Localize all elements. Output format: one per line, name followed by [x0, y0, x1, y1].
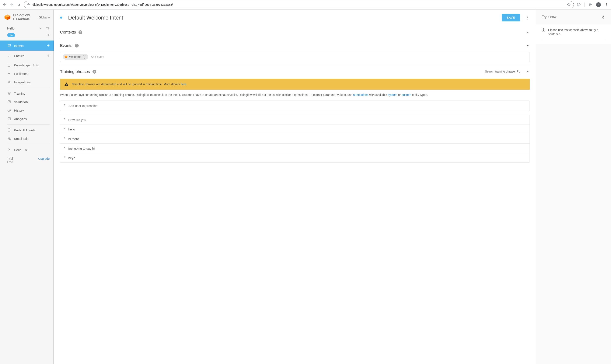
phrase-text: heya	[68, 156, 75, 160]
intent-editor: Default Welcome Intent SAVE Contexts ?	[54, 10, 536, 364]
phrase-row[interactable]: ❞How are you	[60, 115, 530, 125]
quote-icon: ❞	[64, 156, 65, 160]
sidebar-item-smalltalk[interactable]: Small Talk	[0, 134, 54, 143]
help-icon[interactable]: ?	[78, 30, 82, 34]
phrase-list: ❞How are you❞hello❞hi there❞just going t…	[60, 115, 530, 163]
svg-point-23	[527, 19, 528, 20]
browser-menu-icon[interactable]	[605, 3, 609, 7]
svg-point-12	[9, 54, 10, 55]
sidebar-item-docs[interactable]: Docs	[0, 145, 54, 154]
phrase-text: hi there	[68, 137, 79, 141]
system-link[interactable]: system	[388, 93, 397, 96]
site-settings-icon	[27, 3, 30, 6]
mic-button[interactable]	[601, 15, 605, 19]
section-contexts: Contexts ?	[60, 26, 530, 39]
sidebar-item-history[interactable]: History	[0, 106, 54, 115]
browser-toolbar: dialogflow.cloud.google.com/#/agent/mypr…	[0, 0, 611, 10]
try-title[interactable]: Try it now	[542, 15, 557, 19]
quote-icon: ❞	[64, 127, 65, 131]
phrase-input[interactable]	[68, 104, 526, 107]
url-bar[interactable]: dialogflow.cloud.google.com/#/agent/mypr…	[24, 1, 574, 8]
language-pill[interactable]: en	[7, 33, 15, 37]
sidebar-item-entities[interactable]: Entities +	[0, 51, 54, 61]
logo-title: Dialogflow	[13, 13, 30, 17]
search-training-phrases[interactable]	[485, 70, 520, 74]
try-info-row: i Please use test console above to try a…	[542, 28, 605, 40]
integrations-icon	[7, 80, 11, 84]
phrase-row[interactable]: ❞hi there	[60, 134, 530, 143]
custom-link[interactable]: custom	[402, 93, 411, 96]
svg-point-7	[606, 4, 607, 5]
svg-rect-25	[66, 84, 67, 85]
sidebar-item-fulfillment[interactable]: Fulfillment	[0, 69, 54, 78]
phrase-row[interactable]: ❞just going to say hi	[60, 143, 530, 153]
sidebar-item-intents[interactable]: Intents +	[0, 40, 54, 51]
sidebar-item-prebuilt[interactable]: Prebuilt Agents	[0, 126, 54, 134]
svg-point-10	[9, 45, 9, 46]
global-selector[interactable]: Global	[39, 16, 50, 19]
save-button[interactable]: SAVE	[502, 14, 520, 21]
media-icon[interactable]	[588, 3, 592, 7]
star-icon[interactable]	[567, 3, 571, 7]
try-panel: Try it now i Please use test console abo…	[536, 10, 611, 364]
warning-link[interactable]: here	[181, 82, 186, 86]
external-link-icon	[25, 148, 27, 151]
sidebar-item-training[interactable]: Training	[0, 89, 54, 98]
add-phrase-input[interactable]: ❞	[60, 101, 530, 111]
svg-rect-19	[8, 129, 10, 131]
svg-point-24	[518, 70, 519, 72]
add-entity-button[interactable]: +	[47, 53, 50, 59]
warning-banner: Template phrases are deprecated and will…	[60, 79, 530, 90]
training-icon	[7, 91, 11, 95]
add-intent-button[interactable]: +	[47, 43, 50, 48]
profile-avatar[interactable]: n	[596, 2, 601, 7]
sidebar-item-validation[interactable]: Validation	[0, 98, 54, 106]
section-training-phrases: Training phrases ? Template phrases are …	[60, 65, 530, 166]
sidebar-item-integrations[interactable]: Integrations	[0, 78, 54, 86]
events-input[interactable]: Welcome ✕ Add event	[60, 52, 530, 62]
reload-button[interactable]	[17, 3, 21, 7]
remove-event-button[interactable]: ✕	[83, 55, 86, 59]
expand-contexts-button[interactable]	[526, 30, 530, 34]
svg-point-6	[606, 3, 607, 4]
unsaved-dot-icon	[60, 16, 62, 19]
phrase-text: just going to say hi	[68, 147, 95, 150]
svg-rect-1	[27, 4, 29, 5]
back-button[interactable]	[2, 3, 6, 7]
phrase-text: hello	[68, 128, 75, 131]
knowledge-icon	[7, 63, 11, 67]
forward-button[interactable]	[10, 3, 13, 7]
phrase-text: How are you	[68, 118, 86, 122]
intent-title[interactable]: Default Welcome Intent	[68, 15, 498, 21]
trial-row: Trial Free Upgrade	[0, 154, 54, 164]
search-input[interactable]	[485, 70, 515, 73]
add-language-button[interactable]: +	[47, 33, 50, 38]
quote-icon: ❞	[64, 146, 65, 150]
help-icon[interactable]: ?	[75, 44, 79, 48]
more-menu-button[interactable]	[527, 16, 528, 20]
training-info-text: When a user says something similar to a …	[60, 93, 530, 97]
svg-rect-27	[603, 15, 604, 17]
upgrade-link[interactable]: Upgrade	[38, 157, 50, 160]
gear-icon[interactable]	[46, 26, 50, 30]
chevron-right-icon	[7, 148, 11, 152]
fulfillment-icon	[7, 72, 11, 76]
event-chip: Welcome ✕	[63, 54, 88, 60]
agent-selector[interactable]: Hello	[0, 24, 54, 32]
sidebar-item-analytics[interactable]: Analytics	[0, 115, 54, 123]
phrase-row[interactable]: ❞hello	[60, 125, 530, 134]
svg-point-4	[28, 4, 29, 4]
help-icon[interactable]: ?	[92, 70, 96, 74]
phrase-row[interactable]: ❞heya	[60, 153, 530, 162]
collapse-training-button[interactable]	[526, 70, 530, 74]
svg-rect-16	[8, 101, 10, 103]
dialogflow-logo-icon	[4, 14, 11, 21]
extensions-icon[interactable]	[577, 3, 581, 7]
collapse-events-button[interactable]	[526, 44, 530, 48]
caret-down-icon	[48, 16, 50, 18]
annotations-link[interactable]: annotations	[353, 93, 368, 96]
warning-icon	[64, 82, 68, 86]
caret-down-icon	[39, 27, 42, 29]
analytics-icon	[7, 117, 11, 121]
sidebar-item-knowledge[interactable]: Knowledge[beta]	[0, 61, 54, 69]
